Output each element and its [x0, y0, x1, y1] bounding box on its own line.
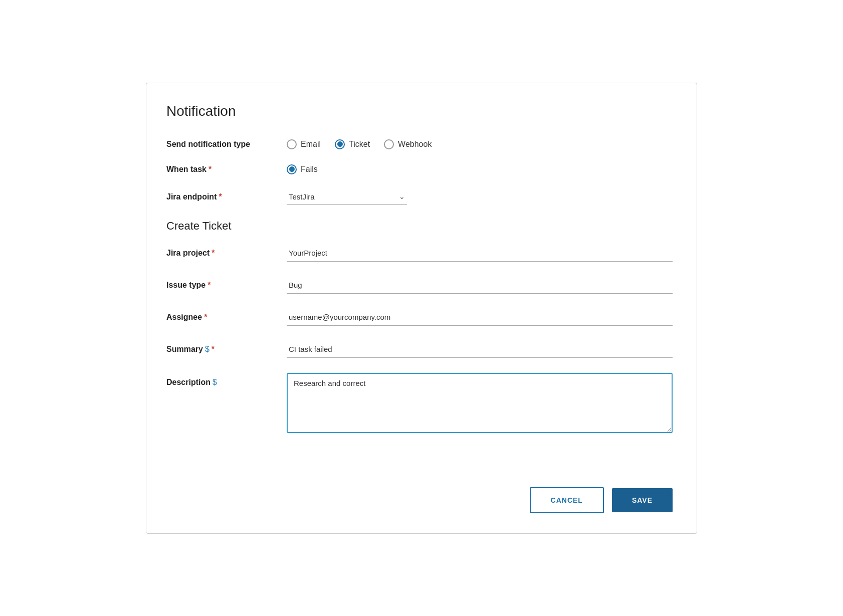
- radio-webhook-outer[interactable]: [384, 139, 394, 149]
- radio-webhook[interactable]: Webhook: [384, 139, 432, 149]
- radio-email-outer[interactable]: [287, 139, 297, 149]
- when-task-label: When task *: [166, 165, 287, 174]
- description-label: Description$: [166, 373, 287, 387]
- issue-type-input[interactable]: [287, 277, 673, 294]
- notification-type-row: Send notification type Email Ticket: [166, 139, 673, 149]
- jira-endpoint-row: Jira endpoint * TestJira ⌄: [166, 189, 673, 204]
- when-task-required: *: [208, 165, 212, 174]
- chevron-down-icon: ⌄: [399, 192, 405, 200]
- radio-ticket[interactable]: Ticket: [335, 139, 370, 149]
- issue-type-row: Issue type *: [166, 277, 673, 294]
- when-task-radio-group: Fails: [287, 164, 673, 174]
- jira-project-required: *: [212, 249, 215, 258]
- jira-endpoint-label: Jira endpoint *: [166, 192, 287, 201]
- cancel-button[interactable]: CANCEL: [530, 487, 604, 513]
- summary-dollar: $: [205, 345, 209, 354]
- description-textarea[interactable]: [287, 373, 673, 433]
- summary-required: *: [212, 345, 215, 354]
- radio-email[interactable]: Email: [287, 139, 321, 149]
- save-button[interactable]: SAVE: [612, 488, 673, 512]
- assignee-label: Assignee *: [166, 313, 287, 322]
- radio-ticket-outer[interactable]: [335, 139, 345, 149]
- assignee-row: Assignee *: [166, 309, 673, 326]
- summary-row: Summary$ *: [166, 341, 673, 358]
- issue-type-required: *: [207, 281, 210, 290]
- description-row: Description$: [166, 373, 673, 435]
- assignee-control: [287, 309, 673, 326]
- jira-project-control: [287, 245, 673, 262]
- notification-dialog: Notification Send notification type Emai…: [146, 83, 697, 534]
- jira-project-label: Jira project *: [166, 249, 287, 258]
- jira-endpoint-required: *: [219, 192, 222, 201]
- description-dollar: $: [213, 378, 217, 387]
- issue-type-control: [287, 277, 673, 294]
- summary-input[interactable]: [287, 341, 673, 358]
- notification-type-radio-group: Email Ticket Webhook: [287, 139, 673, 149]
- form-section: Send notification type Email Ticket: [166, 139, 673, 457]
- button-row: CANCEL SAVE: [166, 477, 673, 513]
- jira-project-row: Jira project *: [166, 245, 673, 262]
- when-task-row: When task * Fails: [166, 164, 673, 174]
- radio-fails-outer[interactable]: [287, 164, 297, 174]
- summary-label: Summary$ *: [166, 345, 287, 354]
- radio-fails-inner: [289, 166, 295, 172]
- radio-ticket-inner: [337, 141, 343, 147]
- jira-project-input[interactable]: [287, 245, 673, 262]
- create-ticket-heading: Create Ticket: [166, 220, 673, 233]
- issue-type-label: Issue type *: [166, 281, 287, 290]
- jira-endpoint-control: TestJira ⌄: [287, 189, 673, 204]
- description-control: [287, 373, 673, 435]
- dialog-title: Notification: [166, 103, 673, 119]
- assignee-input[interactable]: [287, 309, 673, 326]
- assignee-required: *: [204, 313, 207, 322]
- notification-type-label: Send notification type: [166, 140, 287, 149]
- when-task-control: Fails: [287, 164, 673, 174]
- radio-fails[interactable]: Fails: [287, 164, 318, 174]
- notification-type-control: Email Ticket Webhook: [287, 139, 673, 149]
- summary-control: [287, 341, 673, 358]
- jira-endpoint-dropdown[interactable]: TestJira ⌄: [287, 189, 407, 204]
